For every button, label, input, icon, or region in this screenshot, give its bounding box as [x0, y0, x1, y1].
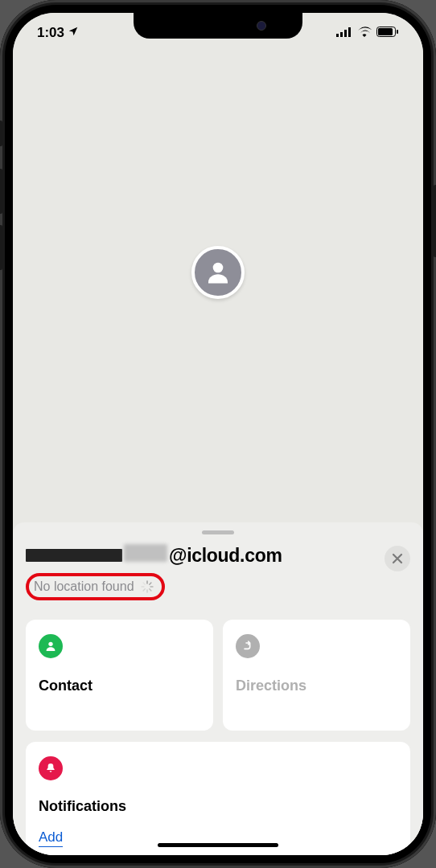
email-suffix: @icloud.com — [169, 545, 282, 567]
wifi-icon — [357, 25, 372, 41]
svg-line-11 — [149, 589, 150, 591]
location-status-text: No location found — [34, 579, 134, 594]
close-icon — [392, 553, 403, 564]
location-status-callout: No location found — [26, 573, 165, 600]
detail-sheet[interactable]: @icloud.com No location found — [13, 522, 423, 855]
cellular-icon — [336, 25, 352, 41]
spinner-icon — [141, 580, 154, 593]
svg-point-16 — [48, 642, 52, 646]
svg-rect-2 — [344, 30, 347, 37]
location-arrow-icon — [68, 25, 79, 41]
notch — [134, 13, 302, 39]
svg-line-9 — [149, 583, 150, 584]
notifications-title: Notifications — [39, 798, 397, 815]
bell-icon — [39, 756, 63, 780]
svg-rect-3 — [348, 27, 351, 37]
directions-label: Directions — [236, 678, 397, 694]
svg-line-13 — [143, 589, 145, 591]
phone-frame: 1:03 — [0, 0, 436, 868]
svg-point-7 — [213, 263, 224, 273]
person-title: @icloud.com — [26, 544, 282, 567]
svg-rect-1 — [340, 32, 343, 37]
home-indicator[interactable] — [158, 843, 278, 847]
battery-icon — [376, 25, 399, 41]
svg-rect-6 — [397, 30, 398, 34]
screen: 1:03 — [13, 13, 423, 855]
mute-switch — [0, 121, 2, 146]
person-avatar-pin[interactable] — [191, 246, 245, 299]
directions-card[interactable]: Directions — [223, 620, 410, 731]
contact-icon — [39, 634, 63, 658]
directions-icon — [236, 634, 260, 658]
svg-rect-5 — [378, 28, 393, 35]
redacted-segment — [124, 544, 167, 562]
sheet-grabber[interactable] — [202, 530, 234, 534]
status-time: 1:03 — [37, 25, 64, 41]
volume-up-button — [0, 169, 2, 214]
contact-label: Contact — [39, 678, 200, 694]
redacted-name — [26, 549, 122, 562]
close-button[interactable] — [385, 546, 410, 571]
add-notification-link[interactable]: Add — [39, 829, 63, 847]
svg-line-15 — [143, 583, 145, 584]
notifications-card[interactable]: Notifications Add — [26, 742, 410, 855]
svg-rect-0 — [336, 34, 339, 37]
contact-card[interactable]: Contact — [26, 620, 213, 731]
volume-down-button — [0, 225, 2, 270]
person-icon — [204, 258, 232, 287]
